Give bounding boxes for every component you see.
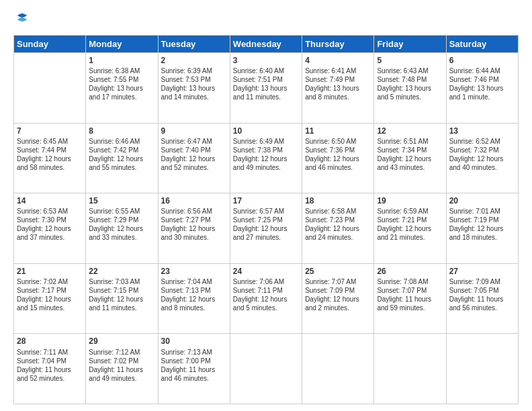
day-info: Sunrise: 6:51 AM Sunset: 7:34 PM Dayligh… <box>377 137 443 172</box>
calendar-body: 1Sunrise: 6:38 AM Sunset: 7:55 PM Daylig… <box>14 53 519 404</box>
day-number: 3 <box>233 55 299 66</box>
day-number: 14 <box>17 195 83 206</box>
day-info: Sunrise: 7:09 AM Sunset: 7:05 PM Dayligh… <box>449 277 515 312</box>
calendar-day-cell: 28Sunrise: 7:11 AM Sunset: 7:04 PM Dayli… <box>14 334 86 404</box>
calendar-day-cell: 24Sunrise: 7:06 AM Sunset: 7:11 PM Dayli… <box>230 263 302 334</box>
calendar-day-cell: 10Sunrise: 6:49 AM Sunset: 7:38 PM Dayli… <box>230 123 302 193</box>
calendar-day-cell: 26Sunrise: 7:08 AM Sunset: 7:07 PM Dayli… <box>374 263 446 334</box>
weekday-header-cell: Saturday <box>446 36 518 53</box>
calendar-day-cell: 15Sunrise: 6:55 AM Sunset: 7:29 PM Dayli… <box>86 193 158 264</box>
day-number: 15 <box>89 195 154 206</box>
day-number: 1 <box>89 55 154 66</box>
day-info: Sunrise: 6:49 AM Sunset: 7:38 PM Dayligh… <box>233 137 299 172</box>
calendar-day-cell: 9Sunrise: 6:47 AM Sunset: 7:40 PM Daylig… <box>158 123 230 193</box>
weekday-header-cell: Tuesday <box>158 36 230 53</box>
weekday-header-row: SundayMondayTuesdayWednesdayThursdayFrid… <box>14 36 519 53</box>
day-number: 25 <box>305 266 371 277</box>
calendar-day-cell: 13Sunrise: 6:52 AM Sunset: 7:32 PM Dayli… <box>446 123 518 193</box>
calendar-day-cell: 11Sunrise: 6:50 AM Sunset: 7:36 PM Dayli… <box>302 123 374 193</box>
day-info: Sunrise: 6:52 AM Sunset: 7:32 PM Dayligh… <box>449 137 515 172</box>
day-info: Sunrise: 6:55 AM Sunset: 7:29 PM Dayligh… <box>89 207 154 242</box>
day-info: Sunrise: 6:38 AM Sunset: 7:55 PM Dayligh… <box>89 66 154 101</box>
day-number: 19 <box>377 195 443 206</box>
calendar-day-cell <box>374 334 446 404</box>
day-number: 23 <box>161 266 227 277</box>
day-number: 10 <box>233 126 299 136</box>
day-info: Sunrise: 6:58 AM Sunset: 7:23 PM Dayligh… <box>305 207 371 242</box>
day-info: Sunrise: 6:59 AM Sunset: 7:21 PM Dayligh… <box>377 207 443 242</box>
day-info: Sunrise: 6:47 AM Sunset: 7:40 PM Dayligh… <box>161 137 227 172</box>
day-number: 5 <box>377 55 443 66</box>
calendar-week-row: 21Sunrise: 7:02 AM Sunset: 7:17 PM Dayli… <box>14 263 519 334</box>
page: SundayMondayTuesdayWednesdayThursdayFrid… <box>0 0 532 411</box>
logo-icon <box>15 12 30 27</box>
calendar-day-cell: 12Sunrise: 6:51 AM Sunset: 7:34 PM Dayli… <box>374 123 446 193</box>
calendar-day-cell: 4Sunrise: 6:41 AM Sunset: 7:49 PM Daylig… <box>302 53 374 124</box>
calendar-day-cell: 20Sunrise: 7:01 AM Sunset: 7:19 PM Dayli… <box>446 193 518 264</box>
calendar-day-cell: 23Sunrise: 7:04 AM Sunset: 7:13 PM Dayli… <box>158 263 230 334</box>
weekday-header-cell: Thursday <box>302 36 374 53</box>
day-info: Sunrise: 7:03 AM Sunset: 7:15 PM Dayligh… <box>89 277 154 312</box>
calendar-day-cell: 17Sunrise: 6:57 AM Sunset: 7:25 PM Dayli… <box>230 193 302 264</box>
day-number: 26 <box>377 266 443 277</box>
day-number: 18 <box>305 195 371 206</box>
calendar-day-cell: 1Sunrise: 6:38 AM Sunset: 7:55 PM Daylig… <box>86 53 158 124</box>
day-info: Sunrise: 6:50 AM Sunset: 7:36 PM Dayligh… <box>305 137 371 172</box>
day-info: Sunrise: 6:46 AM Sunset: 7:42 PM Dayligh… <box>89 137 154 172</box>
day-info: Sunrise: 6:56 AM Sunset: 7:27 PM Dayligh… <box>161 207 227 242</box>
calendar-day-cell: 30Sunrise: 7:13 AM Sunset: 7:00 PM Dayli… <box>158 334 230 404</box>
day-info: Sunrise: 7:07 AM Sunset: 7:09 PM Dayligh… <box>305 277 371 312</box>
day-number: 20 <box>449 195 515 206</box>
day-number: 4 <box>305 55 371 66</box>
day-info: Sunrise: 6:45 AM Sunset: 7:44 PM Dayligh… <box>17 137 83 172</box>
weekday-header-cell: Sunday <box>14 36 86 53</box>
calendar-day-cell: 7Sunrise: 6:45 AM Sunset: 7:44 PM Daylig… <box>14 123 86 193</box>
day-number: 17 <box>233 195 299 206</box>
calendar-day-cell: 8Sunrise: 6:46 AM Sunset: 7:42 PM Daylig… <box>86 123 158 193</box>
calendar-day-cell: 27Sunrise: 7:09 AM Sunset: 7:05 PM Dayli… <box>446 263 518 334</box>
day-info: Sunrise: 7:12 AM Sunset: 7:02 PM Dayligh… <box>89 348 154 383</box>
day-info: Sunrise: 6:44 AM Sunset: 7:46 PM Dayligh… <box>449 66 515 101</box>
day-number: 16 <box>161 195 227 206</box>
day-number: 13 <box>449 126 515 136</box>
day-info: Sunrise: 6:41 AM Sunset: 7:49 PM Dayligh… <box>305 66 371 101</box>
weekday-header-cell: Wednesday <box>230 36 302 53</box>
calendar-table: SundayMondayTuesdayWednesdayThursdayFrid… <box>13 35 519 404</box>
day-number: 9 <box>161 126 227 136</box>
calendar-day-cell: 3Sunrise: 6:40 AM Sunset: 7:51 PM Daylig… <box>230 53 302 124</box>
day-number: 11 <box>305 126 371 136</box>
calendar-day-cell <box>446 334 518 404</box>
calendar-day-cell: 6Sunrise: 6:44 AM Sunset: 7:46 PM Daylig… <box>446 53 518 124</box>
weekday-header-cell: Monday <box>86 36 158 53</box>
day-info: Sunrise: 7:06 AM Sunset: 7:11 PM Dayligh… <box>233 277 299 312</box>
calendar-day-cell <box>230 334 302 404</box>
day-info: Sunrise: 7:04 AM Sunset: 7:13 PM Dayligh… <box>161 277 227 312</box>
calendar-day-cell: 18Sunrise: 6:58 AM Sunset: 7:23 PM Dayli… <box>302 193 374 264</box>
calendar-day-cell: 16Sunrise: 6:56 AM Sunset: 7:27 PM Dayli… <box>158 193 230 264</box>
day-number: 8 <box>89 126 154 136</box>
calendar-day-cell: 25Sunrise: 7:07 AM Sunset: 7:09 PM Dayli… <box>302 263 374 334</box>
day-info: Sunrise: 6:39 AM Sunset: 7:53 PM Dayligh… <box>161 66 227 101</box>
day-info: Sunrise: 6:43 AM Sunset: 7:48 PM Dayligh… <box>377 66 443 101</box>
day-info: Sunrise: 7:11 AM Sunset: 7:04 PM Dayligh… <box>17 348 83 383</box>
calendar-week-row: 7Sunrise: 6:45 AM Sunset: 7:44 PM Daylig… <box>14 123 519 193</box>
calendar-day-cell: 21Sunrise: 7:02 AM Sunset: 7:17 PM Dayli… <box>14 263 86 334</box>
day-number: 12 <box>377 126 443 136</box>
calendar-day-cell: 29Sunrise: 7:12 AM Sunset: 7:02 PM Dayli… <box>86 334 158 404</box>
day-info: Sunrise: 7:02 AM Sunset: 7:17 PM Dayligh… <box>17 277 83 312</box>
header <box>13 12 519 27</box>
calendar-day-cell: 2Sunrise: 6:39 AM Sunset: 7:53 PM Daylig… <box>158 53 230 124</box>
day-info: Sunrise: 6:40 AM Sunset: 7:51 PM Dayligh… <box>233 66 299 101</box>
calendar-day-cell: 19Sunrise: 6:59 AM Sunset: 7:21 PM Dayli… <box>374 193 446 264</box>
day-info: Sunrise: 7:13 AM Sunset: 7:00 PM Dayligh… <box>161 348 227 383</box>
calendar-day-cell: 22Sunrise: 7:03 AM Sunset: 7:15 PM Dayli… <box>86 263 158 334</box>
weekday-header-cell: Friday <box>374 36 446 53</box>
day-info: Sunrise: 6:57 AM Sunset: 7:25 PM Dayligh… <box>233 207 299 242</box>
day-info: Sunrise: 7:08 AM Sunset: 7:07 PM Dayligh… <box>377 277 443 312</box>
day-info: Sunrise: 7:01 AM Sunset: 7:19 PM Dayligh… <box>449 207 515 242</box>
day-number: 22 <box>89 266 154 277</box>
day-number: 24 <box>233 266 299 277</box>
day-info: Sunrise: 6:53 AM Sunset: 7:30 PM Dayligh… <box>17 207 83 242</box>
calendar-week-row: 14Sunrise: 6:53 AM Sunset: 7:30 PM Dayli… <box>14 193 519 264</box>
day-number: 2 <box>161 55 227 66</box>
